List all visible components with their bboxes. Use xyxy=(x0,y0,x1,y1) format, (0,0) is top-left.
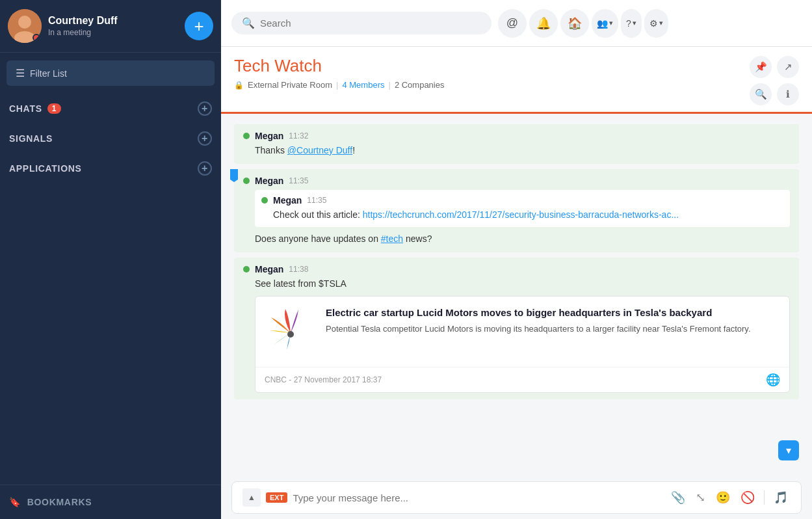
chats-label: CHATS xyxy=(9,103,42,114)
companies: 2 Companies xyxy=(395,80,445,90)
sender-2: Megan xyxy=(255,176,283,186)
scroll-down-button[interactable]: ▾ xyxy=(778,440,799,460)
nested-header: Megan 11:35 xyxy=(261,195,783,206)
chats-badge: 1 xyxy=(47,103,61,114)
svg-point-3 xyxy=(287,331,294,338)
filter-list-label: Filter List xyxy=(30,68,67,79)
notifications-button[interactable]: 🔔 xyxy=(529,9,558,38)
time-1: 11:32 xyxy=(289,131,308,140)
header-actions: 📌 ↗ 🔍 ℹ xyxy=(750,56,799,105)
sidebar-item-applications[interactable]: APPLICATIONS + xyxy=(0,153,221,183)
sidebar: Courtney Duff In a meeting + ☰ Filter Li… xyxy=(0,0,221,519)
time-3: 11:38 xyxy=(289,265,308,274)
online-indicator-2 xyxy=(243,178,250,184)
article-link[interactable]: https://techcrunch.com/2017/11/27/securi… xyxy=(363,209,679,220)
svg-point-1 xyxy=(18,16,31,29)
message-header-1: Megan 11:32 xyxy=(243,131,790,141)
ext-badge: EXT xyxy=(266,492,287,503)
bookmark-flag xyxy=(230,169,238,182)
search-input[interactable] xyxy=(260,18,481,29)
nested-sender: Megan xyxy=(273,195,302,206)
message-group-2: Megan 11:35 Megan 11:35 Check out this a… xyxy=(234,169,799,252)
sidebar-item-chats[interactable]: CHATS 1 + xyxy=(0,94,221,124)
expand-button[interactable]: ⤡ xyxy=(693,489,708,506)
sender-1: Megan xyxy=(255,131,283,141)
filter-list[interactable]: ☰ Filter List xyxy=(7,60,215,86)
user-info: Courtney Duff In a meeting xyxy=(48,15,178,37)
article-card: Electric car startup Lucid Motors moves … xyxy=(255,296,790,393)
article-footer: CNBC - 27 November 2017 18:37 🌐 xyxy=(255,367,789,392)
search-icon: 🔍 xyxy=(242,17,255,29)
attachment-button[interactable]: 📎 xyxy=(668,489,688,506)
chat-content: Tech Watch 🔒 External Private Room | 4 M… xyxy=(221,47,812,519)
applications-add-icon[interactable]: + xyxy=(198,161,212,176)
message-input[interactable] xyxy=(293,492,663,503)
message-header-3: Megan 11:38 xyxy=(243,264,790,274)
members-link[interactable]: 4 Members xyxy=(342,80,384,90)
article-text: Electric car startup Lucid Motors moves … xyxy=(326,306,780,358)
nested-body: Check out this article: https://techcrun… xyxy=(273,208,783,222)
article-source: CNBC - 27 November 2017 18:37 xyxy=(265,375,382,384)
message-body-3: See latest from $TSLA xyxy=(255,277,790,291)
bookmarks-label: BOOKMARKS xyxy=(27,497,92,507)
input-bar: ▲ EXT 📎 ⤡ 🙂 🚫 🎵 xyxy=(231,481,802,514)
help-button[interactable]: ? ▾ xyxy=(621,9,642,38)
chats-add-icon[interactable]: + xyxy=(198,101,212,116)
globe-icon: 🌐 xyxy=(766,373,780,387)
home-button[interactable]: 🏠 xyxy=(560,9,589,38)
messages: Megan 11:32 Thanks @Courtney Duff! Megan… xyxy=(221,114,812,476)
nested-online xyxy=(261,197,268,204)
message-header-2: Megan 11:35 xyxy=(243,176,790,186)
status-dot xyxy=(33,34,40,42)
settings-button[interactable]: ⚙ ▾ xyxy=(644,9,668,38)
topbar-icons: @ 🔔 🏠 👥 ▾ ? ▾ ⚙ ▾ xyxy=(498,9,668,38)
message-group-1: Megan 11:32 Thanks @Courtney Duff! xyxy=(234,124,799,164)
article-desc: Potential Tesla competitor Lucid Motors … xyxy=(326,323,780,335)
info-button[interactable]: ℹ xyxy=(777,83,799,105)
signals-add-icon[interactable]: + xyxy=(198,131,212,146)
user-status: In a meeting xyxy=(48,28,178,37)
emoji-button[interactable]: 🙂 xyxy=(713,489,733,506)
online-indicator-3 xyxy=(243,266,250,273)
online-indicator xyxy=(243,133,250,139)
mention-button[interactable]: @ xyxy=(498,9,527,38)
message-body-1: Thanks @Courtney Duff! xyxy=(255,144,790,157)
room-meta: 🔒 External Private Room | 4 Members | 2 … xyxy=(234,80,444,90)
nested-time: 11:35 xyxy=(307,196,326,205)
pin-button[interactable]: 📌 xyxy=(750,56,772,78)
applications-label: APPLICATIONS xyxy=(9,163,82,174)
article-card-body: Electric car startup Lucid Motors moves … xyxy=(255,297,789,367)
time-2: 11:35 xyxy=(289,176,308,185)
lock-icon: 🔒 xyxy=(234,81,244,90)
audio-button[interactable]: 🎵 xyxy=(771,489,791,506)
article-title: Electric car startup Lucid Motors moves … xyxy=(326,306,780,319)
add-button[interactable]: + xyxy=(185,12,213,40)
room-type: External Private Room xyxy=(248,80,332,90)
collapse-button[interactable]: ▲ xyxy=(242,488,261,507)
main-content: 🔍 @ 🔔 🏠 👥 ▾ ? ▾ ⚙ ▾ Tech Watch 🔒 Externa… xyxy=(221,0,812,519)
hashtag-link[interactable]: #tech xyxy=(381,233,403,244)
separator1: | xyxy=(336,80,338,90)
message-body-2: Does anyone have updates on #tech news? xyxy=(255,232,790,246)
user-header: Courtney Duff In a meeting + xyxy=(0,0,221,53)
bookmarks[interactable]: 🔖 BOOKMARKS xyxy=(0,485,221,519)
topbar: 🔍 @ 🔔 🏠 👥 ▾ ? ▾ ⚙ ▾ xyxy=(221,0,812,47)
room-title: Tech Watch xyxy=(234,56,444,76)
signals-label: SIGNALS xyxy=(9,133,53,144)
nbc-logo xyxy=(265,306,317,358)
popout-button[interactable]: ↗ xyxy=(777,56,799,78)
search-room-button[interactable]: 🔍 xyxy=(750,83,772,105)
separator2: | xyxy=(388,80,390,90)
people-button[interactable]: 👥 ▾ xyxy=(592,9,618,38)
input-divider xyxy=(764,490,765,505)
message-group-3: Megan 11:38 See latest from $TSLA xyxy=(234,258,799,399)
nested-message: Megan 11:35 Check out this article: http… xyxy=(255,190,790,227)
chat-header: Tech Watch 🔒 External Private Room | 4 M… xyxy=(221,47,812,114)
avatar[interactable] xyxy=(8,9,42,43)
sidebar-item-signals[interactable]: SIGNALS + xyxy=(0,124,221,153)
search-box[interactable]: 🔍 xyxy=(231,12,491,34)
user-name: Courtney Duff xyxy=(48,15,178,27)
mention-link[interactable]: @Courtney Duff xyxy=(287,145,352,155)
block-button[interactable]: 🚫 xyxy=(738,489,757,506)
bookmark-icon: 🔖 xyxy=(9,497,21,507)
